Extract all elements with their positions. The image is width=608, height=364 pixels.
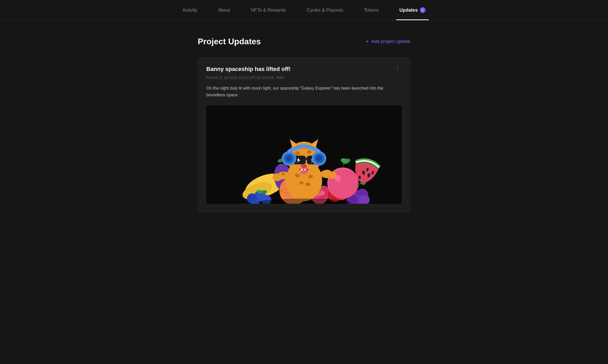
add-update-label: Add project update [371,39,410,44]
nav-tab-about[interactable]: About [208,0,241,20]
svg-point-42 [308,175,313,178]
svg-point-60 [301,164,307,168]
nav-tab-label-updates: Updates [399,8,418,13]
nav-tab-badge-updates: 1 [420,7,426,13]
svg-point-50 [307,150,312,154]
svg-point-69 [316,155,322,162]
nav-tabs: ActivityAboutNFTs & RewardsCycles & Payo… [172,0,436,20]
nav-tab-label-tokens: Tokens [364,8,379,13]
main-content: Project Updates + Add project update Ban… [187,20,421,228]
svg-point-43 [299,181,303,185]
nav-tab-inner-activity: Activity [182,8,197,13]
update-card-header: Banny spaceship has lifted off! ⋮ [206,66,402,72]
nav-tab-inner-tokens: Tokens [364,8,379,13]
update-title: Banny spaceship has lifted off! [206,66,291,72]
page-title: Project Updates [198,37,261,46]
nav-tab-tokens[interactable]: Tokens [354,0,389,20]
nav-tab-inner-about: About [218,8,230,13]
nav-tab-label-cycles-payouts: Cycles & Payouts [307,8,343,13]
svg-point-46 [281,173,285,175]
nav-tab-inner-cycles-payouts: Cycles & Payouts [307,8,343,13]
svg-point-63 [300,170,308,174]
nav-tab-cycles-payouts[interactable]: Cycles & Payouts [296,0,354,20]
nav-tab-label-about: About [218,8,230,13]
add-project-update-button[interactable]: + Add project update [366,36,410,47]
plus-icon: + [366,38,369,45]
nav-tab-label-nfts-rewards: NFTs & Rewards [251,8,286,13]
svg-point-66 [286,155,292,162]
page-header: Project Updates + Add project update [198,36,410,47]
svg-point-44 [305,183,310,186]
nav-tab-label-activity: Activity [182,8,197,13]
nav-tab-updates[interactable]: Updates1 [389,0,436,20]
navigation: ActivityAboutNFTs & RewardsCycles & Payo… [0,0,608,20]
nav-tab-inner-updates: Updates1 [399,7,426,13]
svg-point-49 [295,151,300,155]
more-options-button[interactable]: ⋮ [394,66,402,71]
svg-point-47 [328,172,336,179]
update-meta: Posted 21 Jul 2023 18:13 UTC by 0x5706..… [206,76,402,80]
svg-point-45 [273,173,282,181]
nav-tab-activity[interactable]: Activity [172,0,208,20]
update-image [206,105,402,204]
update-body: On the night duly lit with moon light, o… [206,85,402,98]
svg-point-13 [321,191,325,195]
svg-point-15 [319,195,322,199]
nav-tab-inner-nfts-rewards: NFTs & Rewards [251,8,286,13]
nav-tab-nfts-rewards[interactable]: NFTs & Rewards [241,0,296,20]
update-card: Banny spaceship has lifted off! ⋮ Posted… [198,57,410,212]
